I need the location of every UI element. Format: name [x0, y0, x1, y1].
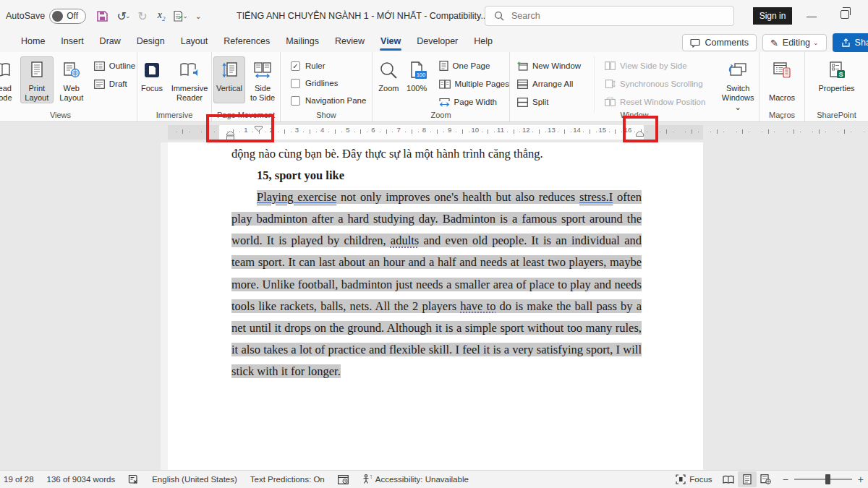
print-layout-view-button[interactable] — [738, 471, 757, 487]
comments-button[interactable]: Comments — [682, 34, 756, 51]
gridlines-checkbox[interactable]: Gridlines — [291, 77, 372, 90]
ruler-tick — [723, 132, 724, 132]
print-layout-view-icon — [743, 474, 752, 484]
ruler-tick — [615, 129, 616, 134]
search-input[interactable] — [511, 11, 699, 21]
multiple-pages-button[interactable]: Multiple Pages — [439, 77, 509, 90]
page-width-label: Page Width — [454, 98, 497, 106]
ruler-tick — [482, 132, 482, 132]
zoom-in-button[interactable]: + — [858, 474, 864, 485]
page-indicator[interactable]: 19 of 28 — [0, 475, 41, 484]
arrange-all-button[interactable]: Arrange All — [517, 77, 581, 90]
text-segment-grammar[interactable]: Playing exercise — [257, 190, 336, 204]
read-mode-view-button[interactable] — [719, 471, 738, 487]
new-window-button[interactable]: New Window — [517, 59, 581, 72]
vertical-button[interactable]: Vertical — [213, 56, 245, 103]
save-button[interactable] — [93, 7, 111, 25]
tab-developer[interactable]: Developer — [409, 33, 466, 51]
tab-home[interactable]: Home — [13, 33, 53, 51]
read-mode-button[interactable]: Read Mode — [0, 56, 19, 103]
ruler-checkbox[interactable]: ✓ Ruler — [291, 59, 372, 72]
editing-label: Editing — [783, 38, 810, 48]
undo-chevron-icon[interactable]: ⌄ — [125, 12, 131, 20]
draft-button[interactable]: Draft — [94, 77, 135, 90]
search-bar[interactable] — [485, 6, 734, 26]
horizontal-ruler[interactable]: 12345678910111213141516 — [0, 122, 868, 142]
ruler-tick — [430, 132, 431, 132]
split-button[interactable]: Split — [517, 95, 581, 108]
print-layout-button[interactable]: Print Layout — [20, 56, 54, 103]
subscript-button[interactable]: x2 — [153, 7, 170, 25]
sign-in-button[interactable]: Sign in — [753, 7, 792, 25]
one-page-button[interactable]: One Page — [439, 59, 509, 72]
text-segment-grammar[interactable]: stress.I — [579, 190, 613, 204]
proofing-status[interactable] — [122, 474, 145, 484]
tab-design[interactable]: Design — [129, 33, 173, 51]
switch-windows-button[interactable]: Switch Windows ⌄ — [717, 56, 759, 113]
page-width-button[interactable]: Page Width — [439, 95, 509, 108]
language-status[interactable]: English (United States) — [145, 475, 244, 484]
autosave-control[interactable]: AutoSave Off — [6, 9, 86, 24]
side-to-side-button[interactable]: Side to Side — [247, 56, 278, 103]
immersive-reader-button[interactable]: Immersive Reader — [168, 56, 211, 103]
zoom-slider-thumb[interactable] — [825, 474, 830, 484]
text-segment-refine[interactable]: adults — [391, 234, 419, 247]
ruler-tick — [519, 132, 520, 132]
tab-layout[interactable]: Layout — [173, 33, 216, 51]
vertical-ruler[interactable] — [161, 142, 168, 470]
view-side-by-side-icon — [605, 61, 616, 70]
ruler-checkbox-box[interactable]: ✓ — [291, 61, 300, 71]
customize-qat-button[interactable]: ⌄ — [190, 7, 208, 25]
ruler-tick — [462, 129, 463, 134]
outline-button[interactable]: Outline — [94, 59, 135, 72]
accessibility-status[interactable]: ? Accessibility: Unavailable — [355, 474, 475, 484]
ruler-tick — [328, 132, 329, 132]
text-segment-plain[interactable]: not only improves one's health but also … — [336, 190, 579, 204]
tab-draw[interactable]: Draw — [92, 33, 129, 51]
tab-help[interactable]: Help — [466, 33, 501, 51]
zoom-100-button[interactable]: 100 100% — [404, 56, 430, 108]
word-count[interactable]: 136 of 9034 words — [41, 475, 122, 484]
paragraph-intro[interactable]: động nào cùng bạn bè. Đây thực sự là một… — [231, 142, 642, 165]
text-segment-refine[interactable]: have to — [460, 299, 495, 313]
minimize-button[interactable]: — — [804, 9, 819, 23]
properties-button[interactable]: S Properties — [814, 56, 859, 94]
ruler-tick — [864, 132, 864, 132]
ruler-tick — [800, 132, 801, 132]
navigation-pane-checkbox[interactable]: Navigation Pane — [291, 94, 372, 107]
save-icon — [96, 10, 109, 22]
paragraph-heading[interactable]: 15, sport you like — [231, 165, 642, 187]
quick-command-chevron-icon[interactable]: ⌄ — [182, 12, 188, 20]
document-updates-status[interactable] — [331, 475, 355, 484]
side-to-side-icon — [253, 59, 272, 81]
tab-view[interactable]: View — [373, 33, 409, 51]
zoom-button[interactable]: Zoom — [375, 56, 402, 108]
tab-insert[interactable]: Insert — [53, 33, 91, 51]
web-layout-button[interactable]: Web Layout — [55, 56, 88, 103]
synchronous-scrolling-button: Synchronous Scrolling — [605, 77, 705, 90]
navigation-pane-checkbox-box[interactable] — [291, 96, 300, 106]
zoom-slider[interactable] — [794, 479, 852, 480]
zoom-out-button[interactable]: − — [783, 474, 788, 485]
tab-review[interactable]: Review — [327, 33, 373, 51]
selected-paragraph[interactable]: Playing exercise not only improves one's… — [231, 187, 642, 382]
quick-command-button[interactable]: ⌄ — [171, 7, 189, 25]
ruler-tick — [710, 132, 711, 132]
ruler-number: 8 — [422, 126, 426, 134]
restore-button[interactable] — [841, 10, 849, 19]
focus-button[interactable]: Focus — [137, 56, 166, 103]
editing-dropdown[interactable]: ✎ Editing ⌄ — [762, 34, 827, 51]
tab-mailings[interactable]: Mailings — [278, 33, 327, 51]
focus-mode-button[interactable]: Focus — [669, 474, 718, 484]
share-button[interactable]: Shar — [833, 33, 868, 52]
tab-references[interactable]: References — [216, 33, 278, 51]
document-page[interactable]: động nào cùng bạn bè. Đây thực sự là một… — [168, 142, 703, 470]
switch-windows-icon — [728, 59, 748, 81]
read-mode-view-icon — [723, 475, 734, 484]
undo-button[interactable]: ↺⌄ — [115, 7, 132, 25]
text-predictions-status[interactable]: Text Predictions: On — [244, 475, 331, 484]
gridlines-checkbox-box[interactable] — [291, 79, 300, 88]
web-layout-view-button[interactable] — [757, 471, 775, 487]
autosave-toggle[interactable]: Off — [49, 9, 86, 24]
ruler-tick — [456, 132, 456, 132]
